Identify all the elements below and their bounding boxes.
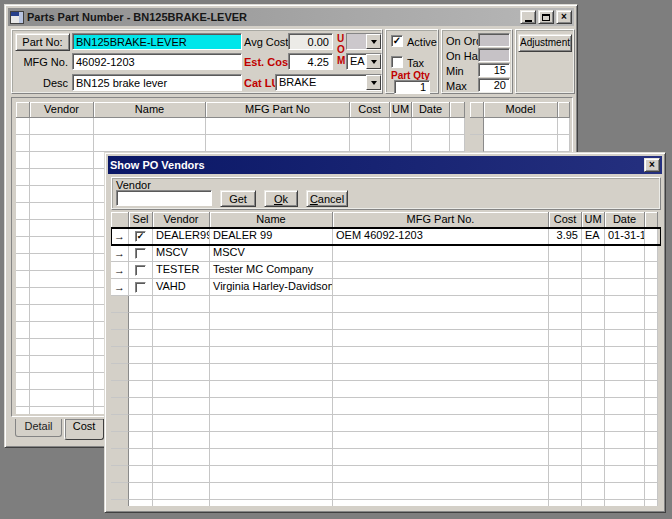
column-header xyxy=(470,102,484,118)
part-no-input[interactable] xyxy=(72,33,242,50)
cell-mfg-part-no[interactable] xyxy=(333,262,549,279)
get-button[interactable]: Get xyxy=(220,190,256,207)
ok-button[interactable]: Ok xyxy=(264,190,298,207)
chevron-down-icon[interactable] xyxy=(366,54,381,69)
min-field[interactable] xyxy=(478,63,510,77)
grid-row[interactable] xyxy=(111,466,661,483)
max-field[interactable] xyxy=(478,78,510,92)
uom-combo[interactable]: EA xyxy=(346,53,382,70)
tax-checkbox[interactable] xyxy=(391,56,403,68)
grid-cell xyxy=(153,449,210,466)
cell-vendor[interactable]: MSCV xyxy=(153,245,210,262)
grid-row[interactable] xyxy=(111,500,661,506)
cell-date[interactable] xyxy=(605,245,645,262)
cell-vendor[interactable]: DEALER99 xyxy=(153,228,210,245)
uom-top-combo[interactable] xyxy=(346,33,382,50)
grid-row[interactable] xyxy=(111,313,661,330)
sel-cell[interactable]: ✓ xyxy=(129,228,153,245)
grid-cell xyxy=(605,330,645,347)
cell-mfg-part-no[interactable] xyxy=(333,245,549,262)
grid-row[interactable]: →✓DEALER99DEALER 99OEM 46092-12033.95EA0… xyxy=(111,228,661,245)
cell-cost[interactable]: 3.95 xyxy=(549,228,582,245)
cell-vendor[interactable]: TESTER xyxy=(153,262,210,279)
grid-row[interactable] xyxy=(111,415,661,432)
tab-cost[interactable]: Cost xyxy=(64,419,104,440)
grid-row[interactable] xyxy=(111,483,661,500)
grid-row[interactable] xyxy=(111,432,661,449)
cell-name[interactable]: DEALER 99 xyxy=(210,228,333,245)
cell-date[interactable] xyxy=(605,262,645,279)
row-select-checkbox[interactable] xyxy=(135,265,146,276)
grid-cell xyxy=(549,398,582,415)
sel-cell[interactable] xyxy=(129,262,153,279)
grid-row[interactable] xyxy=(111,330,661,347)
grid-row[interactable] xyxy=(470,118,571,135)
cell-um[interactable] xyxy=(582,279,605,296)
tab-detail[interactable]: Detail xyxy=(15,419,62,437)
grid-cell xyxy=(129,330,153,347)
grid-cell xyxy=(582,313,605,330)
grid-cell xyxy=(30,118,94,135)
grid-cell xyxy=(30,288,94,305)
grid-row[interactable] xyxy=(111,347,661,364)
grid-cell xyxy=(210,466,333,483)
cell-cost[interactable] xyxy=(549,279,582,296)
sel-cell[interactable] xyxy=(129,279,153,296)
row-select-checkbox[interactable] xyxy=(135,282,146,293)
cell-cost[interactable] xyxy=(549,245,582,262)
grid-row[interactable] xyxy=(16,118,466,135)
cell-name[interactable]: Virginia Harley-Davidson - tester xyxy=(210,279,333,296)
grid-cell xyxy=(333,364,549,381)
grid-cell xyxy=(582,483,605,500)
parts-window-titlebar[interactable]: Parts Part Number - BN125BRAKE-LEVER × xyxy=(8,8,574,26)
vendor-search-input[interactable] xyxy=(116,190,212,206)
est-cost-field[interactable] xyxy=(288,53,333,70)
cell-date[interactable]: 01-31-11 xyxy=(605,228,645,245)
cell-name[interactable]: MSCV xyxy=(210,245,333,262)
grid-row[interactable]: →VAHDVirginia Harley-Davidson - tester xyxy=(111,279,661,296)
grid-cell xyxy=(645,228,658,245)
row-select-checkbox[interactable] xyxy=(135,248,146,259)
grid-row[interactable]: →TESTERTester MC Company xyxy=(111,262,661,279)
grid-row[interactable]: →MSCVMSCV xyxy=(111,245,661,262)
active-checkbox[interactable]: ✓ xyxy=(391,35,403,47)
row-select-checkbox[interactable]: ✓ xyxy=(135,231,146,242)
column-header xyxy=(16,102,30,118)
dialog-close-icon[interactable]: × xyxy=(644,158,660,172)
cell-um[interactable] xyxy=(582,262,605,279)
grid-row[interactable] xyxy=(111,296,661,313)
grid-row[interactable] xyxy=(111,398,661,415)
column-header xyxy=(450,102,465,118)
grid-row[interactable] xyxy=(470,135,571,152)
grid-row[interactable] xyxy=(111,449,661,466)
part-qty-field[interactable] xyxy=(394,80,430,94)
sel-cell[interactable] xyxy=(129,245,153,262)
cat-lu-combo[interactable]: BRAKE xyxy=(275,74,382,91)
grid-row[interactable] xyxy=(16,135,466,152)
cell-mfg-part-no[interactable] xyxy=(333,279,549,296)
grid-cell xyxy=(111,381,129,398)
cancel-button[interactable]: Cancel xyxy=(306,190,348,207)
part-no-button[interactable]: Part No: xyxy=(15,33,70,51)
cell-name[interactable]: Tester MC Company xyxy=(210,262,333,279)
cell-cost[interactable] xyxy=(549,262,582,279)
dialog-titlebar[interactable]: Show PO Vendors × xyxy=(108,156,662,174)
cell-vendor[interactable]: VAHD xyxy=(153,279,210,296)
chevron-down-icon[interactable] xyxy=(366,34,381,49)
minimize-icon[interactable] xyxy=(520,10,536,24)
grid-row[interactable] xyxy=(111,381,661,398)
close-icon[interactable]: × xyxy=(556,10,572,24)
desc-input[interactable] xyxy=(72,74,242,91)
chevron-down-icon[interactable] xyxy=(366,75,381,90)
adjustment-button[interactable]: Adjustment xyxy=(518,34,572,52)
cell-date[interactable] xyxy=(605,279,645,296)
cell-um[interactable] xyxy=(582,245,605,262)
grid-cell xyxy=(390,135,412,152)
maximize-icon[interactable] xyxy=(538,10,554,24)
cell-um[interactable]: EA xyxy=(582,228,605,245)
grid-row[interactable] xyxy=(111,364,661,381)
cell-mfg-part-no[interactable]: OEM 46092-1203 xyxy=(333,228,549,245)
mfg-no-input[interactable] xyxy=(72,53,242,70)
grid-cell xyxy=(210,449,333,466)
column-header: MFG Part No. xyxy=(333,212,549,228)
